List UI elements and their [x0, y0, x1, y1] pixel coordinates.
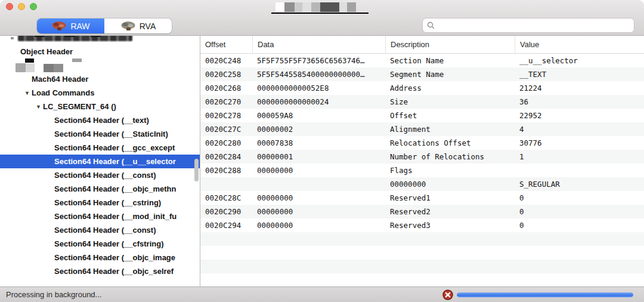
raw-segment-label: RAW — [70, 21, 89, 31]
tree-item-label: Section64 Header (__text) — [54, 116, 149, 125]
tree-item[interactable]: Section64 Header (__cstring) — [0, 196, 200, 209]
empty-table-row — [200, 273, 644, 286]
tree-item[interactable]: Section64 Header (__const) — [0, 223, 200, 237]
table-row[interactable]: 0020C28C00000000Reserved10 — [200, 191, 644, 205]
cell-description: Number of Relocations — [385, 152, 515, 161]
cell-description: Section Name — [385, 56, 515, 65]
minimize-button[interactable] — [18, 3, 25, 10]
disclosure-triangle-icon[interactable]: ▼ — [36, 100, 43, 113]
tree-item-label: Section64 Header (__cstring) — [54, 198, 161, 207]
tree-item-redacted[interactable] — [0, 58, 200, 72]
cell-description: Reserved3 — [385, 221, 515, 230]
table-row[interactable]: 0020C2700000000000000024Size36 — [200, 95, 644, 109]
cell-offset: 0020C248 — [200, 56, 252, 65]
tree-item[interactable]: Mach64 Header — [0, 72, 200, 86]
empty-table-row — [200, 232, 644, 246]
main-split: Object HeaderMach64 Header▼Load Commands… — [0, 36, 644, 286]
disclosure-triangle-icon[interactable]: ▼ — [24, 87, 32, 100]
cell-value: __TEXT — [515, 70, 644, 79]
table-header: Offset Data Description Value — [200, 36, 644, 54]
cell-value: __u__selector — [515, 56, 644, 65]
column-header-offset[interactable]: Offset — [200, 36, 252, 54]
cell-offset: 0020C290 — [200, 207, 252, 216]
empty-table-row — [200, 260, 644, 273]
rva-segment-button[interactable]: RVA — [104, 19, 172, 33]
column-header-description[interactable]: Description — [385, 36, 515, 54]
cell-data: 00000000 — [252, 166, 385, 175]
cell-data: 00000000000052E8 — [252, 84, 385, 93]
tree-item-label: Section64 Header (__const) — [54, 171, 156, 180]
column-header-value[interactable]: Value — [515, 36, 644, 54]
cell-value: S_REGULAR — [515, 180, 644, 189]
table-row[interactable]: 0020C28000007838Relocations Offset30776 — [200, 136, 644, 150]
tree-item[interactable]: Section64 Header (__u__selector — [0, 155, 200, 168]
table-row[interactable]: 0020C28800000000Flags — [200, 164, 644, 177]
tree-item-label: Load Commands — [32, 88, 94, 97]
tree-item-label: Object Header — [20, 47, 73, 56]
status-bar: Processing in background... — [0, 286, 644, 302]
cell-offset: 0020C284 — [200, 152, 252, 161]
tree-item[interactable]: Section64 Header (__objc_methn — [0, 182, 200, 196]
table-row[interactable]: 0020C26800000000000052E8Address21224 — [200, 81, 644, 95]
cell-data: 00000002 — [252, 125, 385, 134]
table-row[interactable]: 0020C29400000000Reserved30 — [200, 218, 644, 232]
search-input[interactable] — [438, 21, 634, 30]
tree-item-label: Section64 Header (__u__selector — [54, 157, 176, 166]
tree-item[interactable]: Section64 Header (__objc_selref — [0, 264, 200, 278]
cell-data: 0000000000000024 — [252, 97, 385, 106]
cell-offset: 0020C268 — [200, 84, 252, 93]
tree-item-label: Mach64 Header — [32, 75, 88, 84]
table-row[interactable]: 0020C28400000001Number of Relocations1 — [200, 150, 644, 164]
tree-item[interactable]: Section64 Header (__StaticInit) — [0, 127, 200, 141]
tree-item[interactable]: Section64 Header (__gcc_except — [0, 141, 200, 155]
tree-item-label: Section64 Header (__cfstring) — [54, 239, 164, 248]
cell-description: Segment Name — [385, 70, 515, 79]
table-row[interactable]: 0020C278000059A8Offset22952 — [200, 109, 644, 122]
tree-item[interactable]: Section64 Header (__mod_init_fu — [0, 209, 200, 223]
cell-offset: 0020C270 — [200, 97, 252, 106]
cell-description: Alignment — [385, 125, 515, 134]
cell-data: 00007838 — [252, 138, 385, 147]
cell-value: 1 — [515, 152, 644, 161]
cell-offset: 0020C278 — [200, 111, 252, 120]
disclosure-icon — [11, 37, 14, 39]
stop-x-icon — [442, 289, 453, 300]
table-row[interactable]: 0020C2585F5F5445585400000000000…Segment … — [200, 67, 644, 81]
column-header-data[interactable]: Data — [252, 36, 385, 54]
tree-item[interactable]: Object Header — [0, 45, 200, 58]
tree-item[interactable]: Section64 Header (__objc_image — [0, 251, 200, 264]
raw-rva-switcher: RAW RVA — [37, 19, 172, 33]
tree-item[interactable]: Section64 Header (__cfstring) — [0, 237, 200, 251]
tree-item[interactable]: Section64 Header (__const) — [0, 168, 200, 182]
table-row[interactable]: 00000000S_REGULAR — [200, 177, 644, 191]
tree-item-label: Section64 Header (__gcc_except — [54, 143, 175, 152]
cell-data: 000059A8 — [252, 111, 385, 120]
machoview-window: RAW RVA Object HeaderMach64 Heade — [0, 0, 644, 302]
cell-offset: 0020C28C — [200, 193, 252, 202]
redacted-window-title — [275, 2, 356, 12]
background-progress-bar — [457, 292, 633, 297]
outline-sidebar: Object HeaderMach64 Header▼Load Commands… — [0, 36, 200, 286]
cell-description: Offset — [385, 111, 515, 120]
zoom-button[interactable] — [30, 3, 37, 10]
raw-icon — [51, 21, 67, 31]
tree-item-redacted[interactable] — [0, 36, 200, 45]
cell-description: Reserved2 — [385, 207, 515, 216]
tree-item[interactable]: ▼LC_SEGMENT_64 () — [0, 100, 200, 113]
tree-item[interactable]: ▼Load Commands — [0, 86, 200, 100]
cell-value: 22952 — [515, 111, 644, 120]
close-button[interactable] — [6, 3, 13, 10]
cell-description: Flags — [385, 166, 515, 175]
sidebar-scrollbar-thumb[interactable] — [194, 159, 199, 181]
stop-processing-button[interactable] — [442, 289, 453, 300]
table-row[interactable]: 0020C27C00000002Alignment4 — [200, 122, 644, 136]
cell-value: 21224 — [515, 84, 644, 93]
table-row[interactable]: 0020C29000000000Reserved20 — [200, 205, 644, 218]
table-row[interactable]: 0020C2485F5F755F5F73656C6563746…Section … — [200, 54, 644, 67]
cell-data: 00000000 — [252, 207, 385, 216]
tree-item[interactable]: Section64 Header (__text) — [0, 113, 200, 127]
raw-segment-button[interactable]: RAW — [37, 19, 104, 33]
cell-offset: 0020C280 — [200, 138, 252, 147]
search-field[interactable] — [422, 18, 634, 33]
cell-value: 0 — [515, 221, 644, 230]
